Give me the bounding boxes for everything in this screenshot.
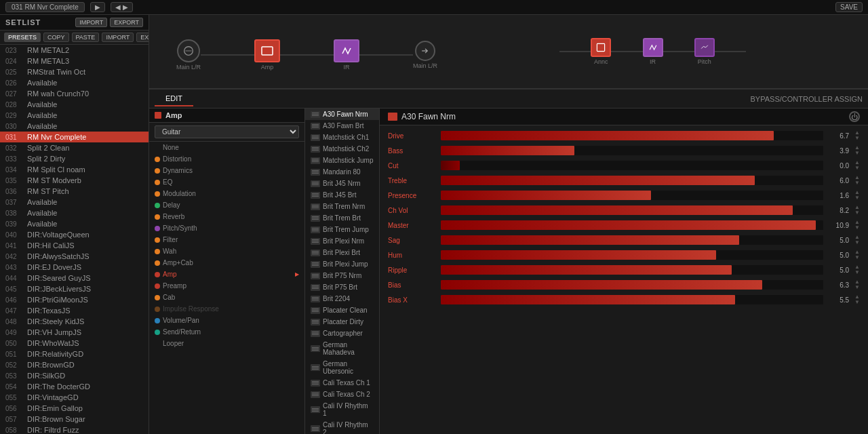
effect-category-item[interactable]: Preamp	[149, 280, 304, 292]
param-down-arrow[interactable]: ▼	[854, 270, 860, 275]
preset-item[interactable]: Cartographer	[305, 328, 379, 339]
effect-category-item[interactable]: Modulation	[149, 188, 304, 199]
sidebar-item[interactable]: 030Available	[0, 121, 149, 132]
nav-button[interactable]: ◀ ▶	[111, 2, 133, 12]
sidebar-item[interactable]: 031RM Nvr Complete	[0, 132, 149, 142]
effect-category-item[interactable]: Cab	[149, 292, 304, 303]
sidebar-item[interactable]: 035RM ST Modverb	[0, 175, 149, 186]
sidebar-item[interactable]: 051DIR:RelativityGD	[0, 349, 149, 359]
sidebar-item[interactable]: 045DIR:JBeckLiversJS	[0, 283, 149, 294]
param-down-arrow[interactable]: ▼	[854, 151, 860, 156]
param-down-arrow[interactable]: ▼	[854, 300, 860, 305]
effect-category-item[interactable]: Looper	[149, 338, 304, 349]
export-button[interactable]: EXPORT	[136, 33, 149, 42]
sidebar-item[interactable]: 034RM Split Cl noam	[0, 164, 149, 175]
param-down-arrow[interactable]: ▼	[854, 210, 860, 216]
sidebar-item[interactable]: 053DIR:SilkGD	[0, 370, 149, 381]
preset-item[interactable]: Matchstick Ch2	[305, 143, 379, 155]
sidebar-item[interactable]: 058DIR: Filtrd Fuzz	[0, 425, 149, 434]
param-down-arrow[interactable]: ▼	[854, 165, 860, 171]
copy-button[interactable]: COPY	[43, 33, 69, 42]
param-down-arrow[interactable]: ▼	[854, 180, 860, 186]
param-bar-container[interactable]	[441, 235, 823, 245]
effect-category-item[interactable]: EQ	[149, 176, 304, 188]
effects-type-dropdown[interactable]: Guitar	[155, 125, 299, 138]
bypass-tab[interactable]: BYPASS/CONTROLLER ASSIGN	[751, 95, 863, 103]
preset-item[interactable]: Brit Plexi Nrm	[305, 235, 379, 247]
preset-item[interactable]: Brit P75 Nrm	[305, 270, 379, 281]
param-bar-container[interactable]	[441, 265, 823, 275]
sidebar-item[interactable]: 041DIR:Hil CaliJS	[0, 240, 149, 251]
sidebar-item[interactable]: 028Available	[0, 99, 149, 110]
effect-category-item[interactable]: Filter	[149, 234, 304, 245]
preset-item[interactable]: Brit Plexi Jump	[305, 258, 379, 270]
param-down-arrow[interactable]: ▼	[854, 136, 860, 141]
params-power-button[interactable]: ⏻	[849, 111, 860, 122]
effect-category-item[interactable]: Delay	[149, 199, 304, 211]
sidebar-item[interactable]: 046DIR:PtriGiMoonJS	[0, 294, 149, 305]
effect-category-item[interactable]: Volume/Pan	[149, 315, 304, 326]
sidebar-item[interactable]: 052DIR:BrownGD	[0, 359, 149, 370]
param-down-arrow[interactable]: ▼	[854, 195, 860, 201]
annc-slot[interactable]	[591, 38, 611, 57]
play-button[interactable]: ▶	[90, 2, 105, 12]
preset-item[interactable]: Cali Texas Ch 2	[305, 389, 379, 400]
param-down-arrow[interactable]: ▼	[854, 225, 860, 231]
effect-category-item[interactable]: Amp	[149, 269, 304, 280]
sidebar-item[interactable]: 055DIR:VintageGD	[0, 392, 149, 403]
preset-item[interactable]: Brit Plexi Brt	[305, 247, 379, 258]
preset-item[interactable]: A30 Fawn Brt	[305, 120, 379, 132]
param-bar-container[interactable]	[441, 295, 823, 304]
pitch-slot[interactable]	[694, 38, 715, 57]
preset-item[interactable]: Matchstick Ch1	[305, 132, 379, 143]
effect-category-item[interactable]: Impulse Response	[149, 303, 304, 315]
param-bar-container[interactable]	[441, 205, 823, 215]
param-bar-container[interactable]	[441, 280, 823, 290]
main-lr-left-icon[interactable]	[177, 39, 200, 62]
param-down-arrow[interactable]: ▼	[854, 285, 860, 290]
effect-category-item[interactable]: Dynamics	[149, 165, 304, 176]
param-bar-container[interactable]	[441, 191, 823, 200]
effect-category-item[interactable]: Reverb	[149, 211, 304, 222]
preset-item[interactable]: Brit Trem Nrm	[305, 201, 379, 212]
preset-item[interactable]: Brit J45 Nrm	[305, 178, 379, 189]
preset-item[interactable]: Mandarin 80	[305, 166, 379, 178]
param-bar-container[interactable]	[441, 176, 823, 185]
sidebar-item[interactable]: 032Split 2 Clean	[0, 142, 149, 153]
sidebar-item[interactable]: 023RM METAL2	[0, 45, 149, 56]
preset-item[interactable]: Cali IV Rhythm 1	[305, 400, 379, 419]
sidebar-item[interactable]: 033Split 2 Dirty	[0, 153, 149, 164]
sidebar-item[interactable]: 043DIR:EJ DoverJS	[0, 262, 149, 273]
effect-category-item[interactable]: Pitch/Synth	[149, 222, 304, 234]
preset-item[interactable]: Brit Trem Brt	[305, 212, 379, 224]
preset-item[interactable]: Brit 2204	[305, 293, 379, 304]
param-bar-container[interactable]	[441, 161, 823, 170]
param-bar-container[interactable]	[441, 220, 823, 230]
sidebar-item[interactable]: 057DIR:Brown Sugar	[0, 414, 149, 425]
main-lr-right-icon[interactable]	[415, 41, 435, 61]
preset-item[interactable]: Brit P75 Brt	[305, 281, 379, 293]
effect-category-item[interactable]: Amp+Cab	[149, 257, 304, 269]
sidebar-item[interactable]: 029Available	[0, 110, 149, 121]
preset-item[interactable]: Matchstick Jump	[305, 155, 379, 166]
effect-category-item[interactable]: Send/Return	[149, 326, 304, 338]
sidebar-item[interactable]: 036RM ST Pitch	[0, 186, 149, 197]
sidebar-item[interactable]: 026Available	[0, 77, 149, 88]
preset-item[interactable]: Cali Texas Ch 1	[305, 377, 379, 389]
preset-item[interactable]: Cali IV Rhythm 2	[305, 419, 379, 434]
preset-item[interactable]: A30 Fawn Nrm	[305, 108, 379, 120]
sidebar-item[interactable]: 037Available	[0, 197, 149, 208]
sidebar-item[interactable]: 048DIR:Steely KidJS	[0, 316, 149, 327]
ir2-slot[interactable]	[643, 38, 663, 57]
effect-category-item[interactable]: None	[149, 142, 304, 153]
sidebar-item[interactable]: 044DIR:Seared GuyJS	[0, 273, 149, 283]
edit-tab[interactable]: EDIT	[155, 92, 193, 106]
presets-button[interactable]: PRESETS	[4, 33, 41, 42]
sidebar-item[interactable]: 047DIR:TexasJS	[0, 305, 149, 316]
param-down-arrow[interactable]: ▼	[854, 255, 860, 260]
paste-button[interactable]: PASTE	[72, 33, 100, 42]
sidebar-item[interactable]: 056DIR:Emin Gallop	[0, 403, 149, 414]
param-bar-container[interactable]	[441, 146, 823, 155]
sidebar-import-button[interactable]: IMPORT	[75, 18, 107, 27]
sidebar-item[interactable]: 050DIR:WhoWatJS	[0, 338, 149, 349]
